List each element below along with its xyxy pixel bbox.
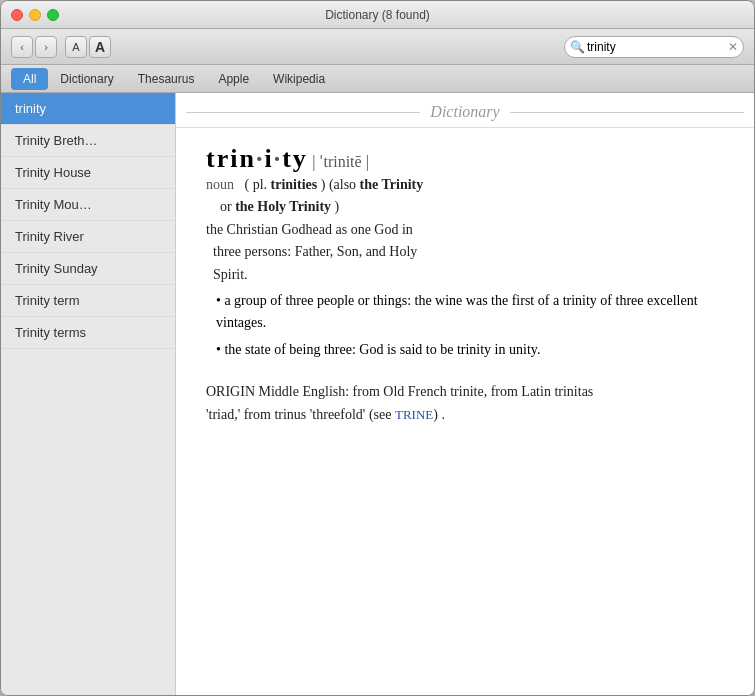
toolbar: ‹ › A A 🔍 ✕ [1, 29, 754, 65]
dict-header-label: Dictionary [430, 103, 499, 121]
traffic-lights [11, 9, 59, 21]
sidebar-item-trinity-terms[interactable]: Trinity terms [1, 317, 175, 349]
example-2: God is said to be trinity in unity [359, 342, 537, 357]
search-box: 🔍 ✕ [564, 36, 744, 58]
font-smaller-button[interactable]: A [65, 36, 87, 58]
origin-link[interactable]: TRINE [395, 407, 433, 422]
example-1: the wine was the first of a trinity of t… [216, 293, 698, 330]
font-buttons: A A [65, 36, 111, 58]
main-content: trinity Trinity Breth… Trinity House Tri… [1, 93, 754, 695]
origin-trinus: trinus 'threefold' [274, 407, 365, 422]
sidebar-item-trinity-sunday[interactable]: Trinity Sunday [1, 253, 175, 285]
bullet-item-1: • a group of three people or things: the… [216, 290, 724, 335]
tab-all[interactable]: All [11, 68, 48, 90]
back-button[interactable]: ‹ [11, 36, 33, 58]
dict-section-header: Dictionary [176, 93, 754, 128]
window-title: Dictionary (8 found) [325, 8, 430, 22]
tab-thesaurus[interactable]: Thesaurus [126, 68, 207, 90]
bullet-item-2: • the state of being three: God is said … [216, 339, 724, 361]
entry-word-line: trin·i·ty | ˈtrinitē | [206, 144, 724, 174]
entry-pronunciation: | ˈtrinitē | [312, 153, 369, 170]
sidebar-item-trinity[interactable]: trinity [1, 93, 175, 125]
minimize-button[interactable] [29, 9, 41, 21]
close-button[interactable] [11, 9, 23, 21]
search-input[interactable] [564, 36, 744, 58]
maximize-button[interactable] [47, 9, 59, 21]
forward-button[interactable]: › [35, 36, 57, 58]
alt-form-2: the Holy Trinity [235, 199, 331, 214]
clear-search-icon[interactable]: ✕ [728, 40, 738, 54]
entry-word: trin·i·ty [206, 144, 308, 173]
content-pane: Dictionary trin·i·ty | ˈtrinitē | noun (… [176, 93, 754, 695]
font-larger-button[interactable]: A [89, 36, 111, 58]
tab-apple[interactable]: Apple [206, 68, 261, 90]
alt-form-1: the Trinity [360, 177, 424, 192]
origin-label: ORIGIN [206, 384, 255, 399]
origin-french: trinite [450, 384, 483, 399]
part-of-speech: noun [206, 177, 234, 192]
tabs-bar: All Dictionary Thesaurus Apple Wikipedia [1, 65, 754, 93]
sidebar-item-trinity-mou[interactable]: Trinity Mou… [1, 189, 175, 221]
sidebar-item-trinity-term[interactable]: Trinity term [1, 285, 175, 317]
tab-wikipedia[interactable]: Wikipedia [261, 68, 337, 90]
sidebar: trinity Trinity Breth… Trinity House Tri… [1, 93, 176, 695]
origin-section: ORIGIN Middle English: from Old French t… [206, 381, 724, 426]
entry-definition: noun ( pl. trinities ) (also the Trinity… [206, 174, 724, 286]
sidebar-item-trinity-house[interactable]: Trinity House [1, 157, 175, 189]
app-window: Dictionary (8 found) ‹ › A A 🔍 ✕ All Dic… [0, 0, 755, 696]
search-icon: 🔍 [570, 40, 585, 54]
titlebar: Dictionary (8 found) [1, 1, 754, 29]
plural-form: trinities [271, 177, 318, 192]
nav-buttons: ‹ › [11, 36, 57, 58]
tab-dictionary[interactable]: Dictionary [48, 68, 125, 90]
sidebar-item-trinity-river[interactable]: Trinity River [1, 221, 175, 253]
sidebar-item-trinity-breth[interactable]: Trinity Breth… [1, 125, 175, 157]
dict-body: trin·i·ty | ˈtrinitē | noun ( pl. trinit… [176, 128, 754, 446]
